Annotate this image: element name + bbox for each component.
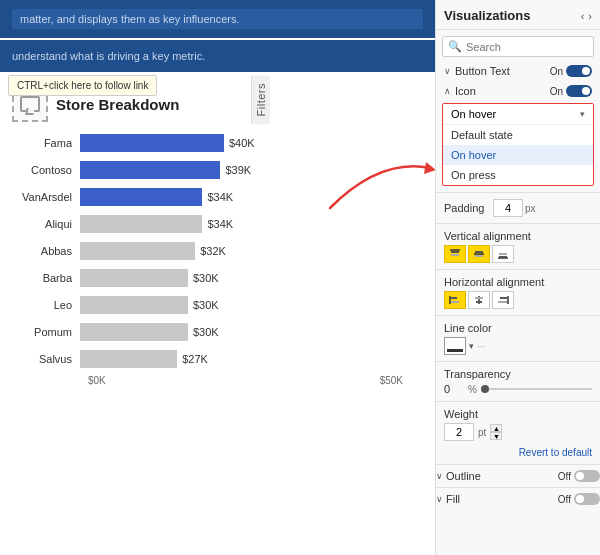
slider-thumb[interactable] xyxy=(481,385,489,393)
bar-container: $30K xyxy=(80,296,423,314)
horizontal-align-center[interactable] xyxy=(468,291,490,309)
left-panel: matter, and displays them as key influen… xyxy=(0,0,435,555)
vertical-align-label: Vertical alignment xyxy=(444,230,592,242)
tooltip-text: CTRL+click here to follow link xyxy=(17,80,148,91)
fill-toggle-switch[interactable] xyxy=(574,493,600,505)
line-color-section: Line color ▾ ··· xyxy=(436,318,600,359)
svg-rect-14 xyxy=(475,297,483,299)
bar-value: $30K xyxy=(193,299,219,311)
weight-section: Weight pt ▲ ▼ xyxy=(436,404,600,445)
divider-8 xyxy=(436,487,600,488)
bar-container: $30K xyxy=(80,323,423,341)
bar-value: $27K xyxy=(182,353,208,365)
filters-label[interactable]: Filters xyxy=(251,75,270,124)
panel-header: Visualizations ‹ › xyxy=(436,0,600,30)
bar-label: Leo xyxy=(12,299,80,311)
panel-nav: ‹ › xyxy=(581,10,592,22)
bar-row: Salvus$27K xyxy=(12,348,423,370)
outline-toggle[interactable]: Off xyxy=(558,470,600,482)
svg-rect-12 xyxy=(451,301,459,303)
color-box-row: ▾ ··· xyxy=(444,337,592,355)
chart-area: Store Breakdown Fama$40KContoso$39KVanAr… xyxy=(0,72,435,394)
bar-fill xyxy=(80,215,202,233)
top-blue-bar: matter, and displays them as key influen… xyxy=(0,0,435,38)
vertical-align-center[interactable] xyxy=(468,245,490,263)
outline-section: ∨ Outline Off xyxy=(436,467,600,485)
bar-row: Contoso$39K xyxy=(12,159,423,181)
button-text-toggle-switch[interactable] xyxy=(566,65,592,77)
dropdown-option[interactable]: On hover xyxy=(443,145,593,165)
padding-unit: px xyxy=(525,203,536,214)
weight-unit: pt xyxy=(478,427,486,438)
bar-row: Aliqui$34K xyxy=(12,213,423,235)
icon-toggle[interactable]: On xyxy=(550,85,592,97)
top-bar-text: matter, and displays them as key influen… xyxy=(12,9,423,29)
transparency-slider[interactable] xyxy=(481,388,592,390)
search-box[interactable]: 🔍 xyxy=(442,36,594,57)
outline-toggle-switch[interactable] xyxy=(574,470,600,482)
bar-fill xyxy=(80,242,195,260)
axis-start: $0K xyxy=(88,375,106,386)
icon-section: ∧ Icon On xyxy=(436,81,600,101)
bar-row: Abbas$32K xyxy=(12,240,423,262)
filters-sidebar[interactable]: Filters xyxy=(251,0,269,200)
icon-state-dropdown[interactable]: On hover▾Default stateOn hoverOn press xyxy=(442,103,594,186)
button-text-toggle[interactable]: On xyxy=(550,65,592,77)
divider-5 xyxy=(436,361,600,362)
svg-rect-18 xyxy=(498,301,507,303)
vertical-align-bottom[interactable] xyxy=(492,245,514,263)
bar-row: Barba$30K xyxy=(12,267,423,289)
bar-fill xyxy=(80,161,220,179)
button-text-chevron[interactable]: ∨ xyxy=(444,66,451,76)
weight-input[interactable] xyxy=(444,423,474,441)
revert-button[interactable]: Revert to default xyxy=(436,445,600,462)
bar-label: Pomum xyxy=(12,326,80,338)
bar-label: Abbas xyxy=(12,245,80,257)
bar-value: $34K xyxy=(207,191,233,203)
color-dropdown-arrow[interactable]: ▾ xyxy=(469,341,474,351)
nav-prev[interactable]: ‹ xyxy=(581,10,585,22)
divider-4 xyxy=(436,315,600,316)
bar-value: $32K xyxy=(200,245,226,257)
bar-chart: Fama$40KContoso$39KVanArsdel$34KAliqui$3… xyxy=(12,132,423,370)
bar-row: VanArsdel$34K xyxy=(12,186,423,208)
nav-next[interactable]: › xyxy=(588,10,592,22)
divider-2 xyxy=(436,223,600,224)
horizontal-align-buttons xyxy=(444,291,592,309)
bar-row: Pomum$30K xyxy=(12,321,423,343)
color-picker[interactable] xyxy=(444,337,466,355)
svg-rect-8 xyxy=(499,253,507,255)
right-panel: Visualizations ‹ › 🔍 ∨ Button Text On ∧ … xyxy=(435,0,600,555)
transparency-label: Transparency xyxy=(444,368,592,380)
search-input[interactable] xyxy=(466,41,588,53)
bar-label: Salvus xyxy=(12,353,80,365)
vertical-align-top[interactable] xyxy=(444,245,466,263)
divider-3 xyxy=(436,269,600,270)
icon-chevron[interactable]: ∧ xyxy=(444,86,451,96)
button-text-section: ∨ Button Text On xyxy=(436,61,600,81)
fill-toggle[interactable]: Off xyxy=(558,493,600,505)
transparency-unit: % xyxy=(468,384,477,395)
second-bar-text: understand what is driving a key metric. xyxy=(12,50,205,62)
bar-container: $30K xyxy=(80,269,423,287)
button-text-toggle-label: On xyxy=(550,66,563,77)
dropdown-selected[interactable]: On hover▾ xyxy=(443,104,593,125)
icon-toggle-label: On xyxy=(550,86,563,97)
fill-chevron[interactable]: ∨ xyxy=(436,494,443,504)
padding-input[interactable] xyxy=(493,199,523,217)
dropdown-option[interactable]: Default state xyxy=(443,125,593,145)
padding-row: Padding px xyxy=(444,199,592,217)
horizontal-align-right[interactable] xyxy=(492,291,514,309)
bar-fill xyxy=(80,188,202,206)
dropdown-option[interactable]: On press xyxy=(443,165,593,185)
icon-toggle-switch[interactable] xyxy=(566,85,592,97)
weight-row: pt ▲ ▼ xyxy=(444,423,592,441)
horizontal-alignment-section: Horizontal alignment xyxy=(436,272,600,313)
weight-down[interactable]: ▼ xyxy=(490,432,502,440)
padding-section: Padding px xyxy=(436,195,600,221)
bar-fill xyxy=(80,134,224,152)
outline-chevron[interactable]: ∨ xyxy=(436,471,443,481)
svg-rect-11 xyxy=(451,297,457,299)
horizontal-align-left[interactable] xyxy=(444,291,466,309)
weight-up[interactable]: ▲ xyxy=(490,424,502,432)
